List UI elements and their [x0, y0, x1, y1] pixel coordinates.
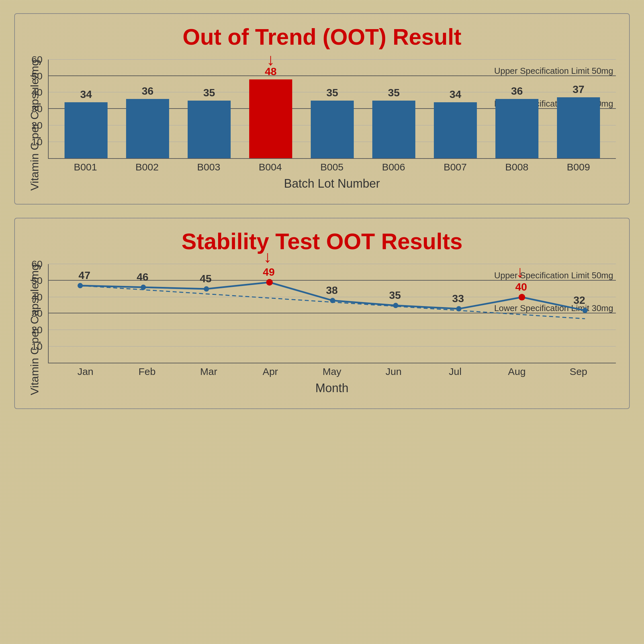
- line-x-label-Jun: Jun: [363, 366, 424, 377]
- x-label-B002: B002: [116, 161, 178, 173]
- bar-group-B003: 35: [178, 60, 240, 158]
- line-x-label-Feb: Feb: [116, 366, 178, 377]
- line-point-Mar: [204, 286, 209, 292]
- line-arrow-Apr: ↓: [263, 248, 272, 266]
- bar-value-B009: 37: [573, 83, 584, 96]
- line-point-Jun: [393, 303, 398, 308]
- x-label-B005: B005: [301, 161, 363, 173]
- chart1-title: Out of Trend (OOT) Result: [28, 24, 616, 50]
- line-point-Jul: [456, 306, 461, 311]
- line-x-label-May: May: [301, 366, 363, 377]
- line-x-label-Aug: Aug: [486, 366, 548, 377]
- line-x-label-Sep: Sep: [548, 366, 609, 377]
- bar-group-B004: ↓48: [240, 60, 301, 158]
- bar-B006: 35: [372, 101, 415, 158]
- line-value-May: 38: [326, 284, 338, 296]
- line-point-Jan: [77, 283, 83, 288]
- line-arrow-Aug: ↓: [516, 262, 524, 281]
- line-x-label-Jan: Jan: [55, 366, 116, 377]
- bar-group-B005: 35: [301, 60, 363, 158]
- chart1-plot: 60 50 40 30 20 10 Upper Specification Li…: [48, 60, 616, 159]
- line-x-label-Jul: Jul: [424, 366, 486, 377]
- chart2-x-axis-title: Month: [48, 381, 616, 395]
- bar-value-B003: 35: [203, 87, 215, 99]
- line-point-May: [330, 298, 335, 303]
- x-label-B001: B001: [55, 161, 116, 173]
- chart2-area: Vitamin C per Capsule/mg 60 50 40 30 20 …: [28, 264, 616, 395]
- line-value-Feb: 46: [137, 271, 149, 283]
- line-point-Apr: [266, 279, 273, 286]
- bar-B007: 34: [434, 102, 477, 158]
- bar-B003: 35: [188, 101, 231, 158]
- line-point-Feb: [141, 285, 146, 290]
- line-value-Mar: 45: [200, 273, 212, 285]
- bar-group-B001: 34: [55, 60, 117, 158]
- bar-value-B007: 34: [449, 88, 461, 101]
- line-x-label-Mar: Mar: [178, 366, 239, 377]
- line-value-Jun: 35: [389, 289, 401, 301]
- bar-group-B008: 36: [486, 60, 548, 158]
- bar-B004: ↓48: [249, 79, 292, 159]
- bar-group-B009: 37: [548, 60, 609, 158]
- bar-value-B001: 34: [80, 88, 92, 101]
- line-value-Sep: 32: [574, 294, 585, 306]
- bar-value-B004: 48: [265, 66, 277, 78]
- chart2-x-labels: JanFebMarAprMayJunJulAugSep: [48, 366, 616, 377]
- line-value-Jul: 33: [452, 293, 464, 304]
- bar-value-B002: 36: [142, 85, 154, 97]
- bar-B005: 35: [311, 101, 354, 158]
- bar-B001: 34: [65, 102, 108, 158]
- bar-group-B007: 34: [425, 60, 486, 158]
- x-label-B006: B006: [363, 161, 424, 173]
- x-label-B003: B003: [178, 161, 239, 173]
- line-chart-svg: 47464549↓38353340↓32: [49, 264, 616, 363]
- chart2-title: Stability Test OOT Results: [28, 228, 616, 254]
- x-label-B009: B009: [548, 161, 609, 173]
- chart2-inner: 60 50 40 30 20 10 Upper Specification Li…: [48, 264, 616, 395]
- bar-B009: 37: [557, 97, 600, 158]
- line-point-Sep: [582, 308, 588, 313]
- chart1-bars: 343635↓483535343637: [49, 60, 616, 158]
- chart2-container: Stability Test OOT Results Vitamin C per…: [14, 218, 630, 409]
- x-label-B008: B008: [486, 161, 548, 173]
- bar-group-B006: 35: [363, 60, 425, 158]
- chart1-inner: 60 50 40 30 20 10 Upper Specification Li…: [48, 60, 616, 191]
- line-point-Aug: [519, 294, 525, 300]
- x-label-B007: B007: [424, 161, 486, 173]
- line-value-Jan: 47: [78, 269, 90, 281]
- chart1-x-labels: B001B002B003B004B005B006B007B008B009: [48, 161, 616, 173]
- x-label-B004: B004: [240, 161, 301, 173]
- bar-group-B002: 36: [117, 60, 178, 158]
- chart1-container: Out of Trend (OOT) Result Vitamin C per …: [14, 13, 630, 205]
- chart1-area: Vitamin C per Capsule/mg 60 50 40 30 20 …: [28, 60, 616, 191]
- bar-value-B005: 35: [326, 87, 338, 99]
- line-value-Apr: 49: [263, 266, 275, 278]
- bar-B008: 36: [495, 99, 538, 158]
- bar-value-B008: 36: [511, 85, 523, 97]
- chart1-x-axis-title: Batch Lot Number: [48, 177, 616, 191]
- bar-B002: 36: [126, 99, 169, 158]
- chart2-plot: 60 50 40 30 20 10 Upper Specification Li…: [48, 264, 616, 363]
- line-value-Aug: 40: [515, 281, 527, 293]
- bar-value-B006: 35: [388, 87, 400, 99]
- line-x-label-Apr: Apr: [240, 366, 301, 377]
